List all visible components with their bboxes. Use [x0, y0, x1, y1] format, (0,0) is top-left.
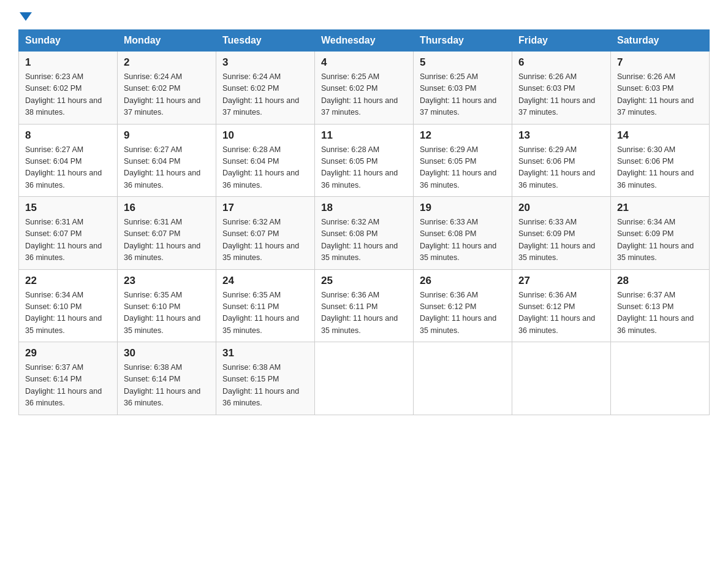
calendar-week-row: 8 Sunrise: 6:27 AMSunset: 6:04 PMDayligh… — [19, 124, 710, 197]
logo — [18, 12, 32, 18]
calendar-table: SundayMondayTuesdayWednesdayThursdayFrid… — [18, 29, 710, 415]
day-number: 23 — [124, 275, 210, 287]
day-info: Sunrise: 6:36 AMSunset: 6:11 PMDaylight:… — [321, 289, 407, 337]
day-info: Sunrise: 6:31 AMSunset: 6:07 PMDaylight:… — [25, 216, 111, 264]
calendar-cell: 8 Sunrise: 6:27 AMSunset: 6:04 PMDayligh… — [19, 124, 118, 197]
calendar-cell: 22 Sunrise: 6:34 AMSunset: 6:10 PMDaylig… — [19, 269, 118, 342]
day-info: Sunrise: 6:34 AMSunset: 6:10 PMDaylight:… — [25, 289, 111, 337]
day-info: Sunrise: 6:26 AMSunset: 6:03 PMDaylight:… — [518, 71, 604, 119]
calendar-cell: 25 Sunrise: 6:36 AMSunset: 6:11 PMDaylig… — [315, 269, 414, 342]
day-number: 6 — [518, 56, 604, 69]
day-info: Sunrise: 6:31 AMSunset: 6:07 PMDaylight:… — [124, 216, 210, 264]
day-number: 19 — [420, 202, 506, 214]
day-number: 13 — [518, 129, 604, 142]
day-info: Sunrise: 6:38 AMSunset: 6:14 PMDaylight:… — [124, 362, 210, 410]
day-info: Sunrise: 6:37 AMSunset: 6:13 PMDaylight:… — [617, 289, 703, 337]
day-info: Sunrise: 6:27 AMSunset: 6:04 PMDaylight:… — [124, 144, 210, 192]
calendar-cell: 20 Sunrise: 6:33 AMSunset: 6:09 PMDaylig… — [512, 197, 611, 270]
column-header-sunday: Sunday — [19, 30, 118, 52]
calendar-cell: 1 Sunrise: 6:23 AMSunset: 6:02 PMDayligh… — [19, 52, 118, 124]
calendar-cell: 18 Sunrise: 6:32 AMSunset: 6:08 PMDaylig… — [315, 197, 414, 270]
day-info: Sunrise: 6:36 AMSunset: 6:12 PMDaylight:… — [420, 289, 506, 337]
calendar-cell: 11 Sunrise: 6:28 AMSunset: 6:05 PMDaylig… — [315, 124, 414, 197]
calendar-cell: 5 Sunrise: 6:25 AMSunset: 6:03 PMDayligh… — [414, 52, 512, 124]
calendar-cell: 12 Sunrise: 6:29 AMSunset: 6:05 PMDaylig… — [414, 124, 512, 197]
calendar-cell: 31 Sunrise: 6:38 AMSunset: 6:15 PMDaylig… — [216, 342, 315, 415]
day-info: Sunrise: 6:29 AMSunset: 6:05 PMDaylight:… — [420, 144, 506, 192]
day-number: 9 — [124, 129, 210, 142]
calendar-week-row: 22 Sunrise: 6:34 AMSunset: 6:10 PMDaylig… — [19, 269, 710, 342]
day-info: Sunrise: 6:29 AMSunset: 6:06 PMDaylight:… — [518, 144, 604, 192]
day-number: 4 — [321, 56, 407, 69]
calendar-cell: 17 Sunrise: 6:32 AMSunset: 6:07 PMDaylig… — [216, 197, 315, 270]
calendar-cell: 21 Sunrise: 6:34 AMSunset: 6:09 PMDaylig… — [611, 197, 710, 270]
calendar-cell: 29 Sunrise: 6:37 AMSunset: 6:14 PMDaylig… — [19, 342, 118, 415]
day-number: 24 — [222, 275, 308, 287]
calendar-cell: 4 Sunrise: 6:25 AMSunset: 6:02 PMDayligh… — [315, 52, 414, 124]
column-header-saturday: Saturday — [611, 30, 710, 52]
day-info: Sunrise: 6:28 AMSunset: 6:05 PMDaylight:… — [321, 144, 407, 192]
day-info: Sunrise: 6:24 AMSunset: 6:02 PMDaylight:… — [124, 71, 210, 119]
day-number: 5 — [420, 56, 506, 69]
day-info: Sunrise: 6:37 AMSunset: 6:14 PMDaylight:… — [25, 362, 111, 410]
column-header-tuesday: Tuesday — [216, 30, 315, 52]
logo-triangle-icon — [20, 12, 32, 21]
day-info: Sunrise: 6:27 AMSunset: 6:04 PMDaylight:… — [25, 144, 111, 192]
day-info: Sunrise: 6:33 AMSunset: 6:08 PMDaylight:… — [420, 216, 506, 264]
calendar-cell: 24 Sunrise: 6:35 AMSunset: 6:11 PMDaylig… — [216, 269, 315, 342]
day-info: Sunrise: 6:26 AMSunset: 6:03 PMDaylight:… — [617, 71, 703, 119]
day-number: 28 — [617, 275, 703, 287]
calendar-cell: 3 Sunrise: 6:24 AMSunset: 6:02 PMDayligh… — [216, 52, 315, 124]
calendar-cell: 23 Sunrise: 6:35 AMSunset: 6:10 PMDaylig… — [118, 269, 216, 342]
day-info: Sunrise: 6:24 AMSunset: 6:02 PMDaylight:… — [222, 71, 308, 119]
day-info: Sunrise: 6:33 AMSunset: 6:09 PMDaylight:… — [518, 216, 604, 264]
column-header-friday: Friday — [512, 30, 611, 52]
day-number: 17 — [222, 202, 308, 214]
calendar-cell: 27 Sunrise: 6:36 AMSunset: 6:12 PMDaylig… — [512, 269, 611, 342]
day-number: 14 — [617, 129, 703, 142]
day-number: 16 — [124, 202, 210, 214]
day-number: 7 — [617, 56, 703, 69]
day-info: Sunrise: 6:36 AMSunset: 6:12 PMDaylight:… — [518, 289, 604, 337]
calendar-cell: 13 Sunrise: 6:29 AMSunset: 6:06 PMDaylig… — [512, 124, 611, 197]
day-info: Sunrise: 6:35 AMSunset: 6:10 PMDaylight:… — [124, 289, 210, 337]
day-number: 18 — [321, 202, 407, 214]
day-info: Sunrise: 6:23 AMSunset: 6:02 PMDaylight:… — [25, 71, 111, 119]
calendar-cell: 15 Sunrise: 6:31 AMSunset: 6:07 PMDaylig… — [19, 197, 118, 270]
calendar-week-row: 15 Sunrise: 6:31 AMSunset: 6:07 PMDaylig… — [19, 197, 710, 270]
day-info: Sunrise: 6:32 AMSunset: 6:07 PMDaylight:… — [222, 216, 308, 264]
day-number: 12 — [420, 129, 506, 142]
calendar-header-row: SundayMondayTuesdayWednesdayThursdayFrid… — [19, 30, 710, 52]
column-header-wednesday: Wednesday — [315, 30, 414, 52]
day-info: Sunrise: 6:28 AMSunset: 6:04 PMDaylight:… — [222, 144, 308, 192]
calendar-cell: 6 Sunrise: 6:26 AMSunset: 6:03 PMDayligh… — [512, 52, 611, 124]
day-number: 2 — [124, 56, 210, 69]
column-header-thursday: Thursday — [414, 30, 512, 52]
day-number: 26 — [420, 275, 506, 287]
calendar-cell — [414, 342, 512, 415]
day-number: 29 — [25, 347, 111, 359]
day-info: Sunrise: 6:32 AMSunset: 6:08 PMDaylight:… — [321, 216, 407, 264]
calendar-cell: 19 Sunrise: 6:33 AMSunset: 6:08 PMDaylig… — [414, 197, 512, 270]
day-number: 31 — [222, 347, 308, 359]
calendar-cell — [512, 342, 611, 415]
day-number: 8 — [25, 129, 111, 142]
day-number: 25 — [321, 275, 407, 287]
day-number: 21 — [617, 202, 703, 214]
calendar-week-row: 1 Sunrise: 6:23 AMSunset: 6:02 PMDayligh… — [19, 52, 710, 124]
calendar-cell: 16 Sunrise: 6:31 AMSunset: 6:07 PMDaylig… — [118, 197, 216, 270]
day-info: Sunrise: 6:38 AMSunset: 6:15 PMDaylight:… — [222, 362, 308, 410]
column-header-monday: Monday — [118, 30, 216, 52]
day-number: 22 — [25, 275, 111, 287]
day-info: Sunrise: 6:25 AMSunset: 6:02 PMDaylight:… — [321, 71, 407, 119]
calendar-cell: 26 Sunrise: 6:36 AMSunset: 6:12 PMDaylig… — [414, 269, 512, 342]
day-number: 27 — [518, 275, 604, 287]
page-header — [18, 12, 710, 18]
calendar-cell: 9 Sunrise: 6:27 AMSunset: 6:04 PMDayligh… — [118, 124, 216, 197]
day-info: Sunrise: 6:30 AMSunset: 6:06 PMDaylight:… — [617, 144, 703, 192]
calendar-cell: 30 Sunrise: 6:38 AMSunset: 6:14 PMDaylig… — [118, 342, 216, 415]
calendar-cell: 28 Sunrise: 6:37 AMSunset: 6:13 PMDaylig… — [611, 269, 710, 342]
day-number: 20 — [518, 202, 604, 214]
calendar-cell: 10 Sunrise: 6:28 AMSunset: 6:04 PMDaylig… — [216, 124, 315, 197]
day-number: 15 — [25, 202, 111, 214]
